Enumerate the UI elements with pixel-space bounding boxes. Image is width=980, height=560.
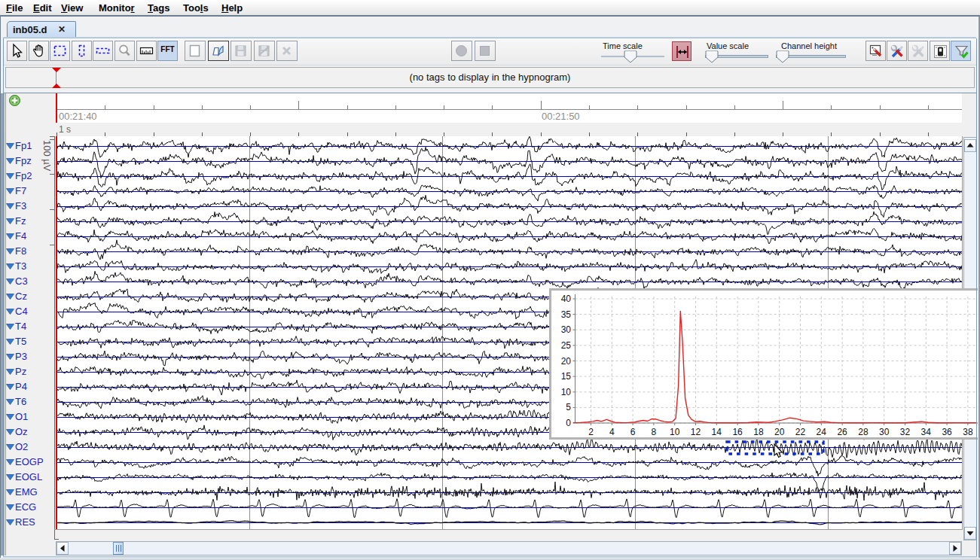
svg-text:26: 26 (837, 427, 847, 437)
svg-text:24: 24 (817, 427, 827, 437)
svg-text:0: 0 (566, 418, 571, 428)
svg-text:20: 20 (561, 356, 572, 367)
svg-text:35: 35 (561, 309, 572, 320)
svg-text:40: 40 (561, 294, 572, 304)
svg-text:2: 2 (588, 427, 594, 437)
svg-text:28: 28 (858, 427, 869, 437)
svg-text:34: 34 (921, 427, 932, 437)
svg-text:30: 30 (561, 324, 572, 335)
svg-text:25: 25 (561, 340, 572, 351)
svg-text:16: 16 (732, 427, 743, 437)
svg-text:38: 38 (963, 427, 973, 437)
svg-text:8: 8 (652, 427, 657, 437)
svg-text:22: 22 (795, 427, 806, 437)
svg-text:6: 6 (630, 427, 636, 437)
svg-text:5: 5 (566, 402, 571, 412)
svg-text:18: 18 (753, 427, 764, 437)
svg-text:32: 32 (900, 427, 911, 437)
svg-text:15: 15 (561, 371, 572, 382)
svg-text:12: 12 (691, 427, 701, 437)
svg-text:4: 4 (609, 427, 615, 437)
svg-text:30: 30 (879, 427, 890, 437)
svg-text:10: 10 (670, 427, 680, 437)
svg-text:10: 10 (561, 387, 572, 397)
svg-text:20: 20 (774, 427, 785, 437)
svg-text:36: 36 (942, 427, 952, 437)
svg-text:14: 14 (712, 427, 722, 437)
